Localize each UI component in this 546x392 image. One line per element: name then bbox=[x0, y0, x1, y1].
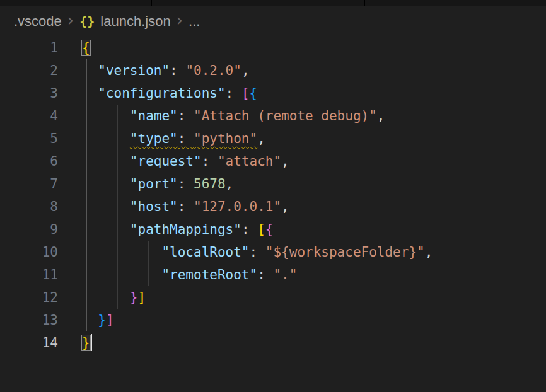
line-number[interactable]: 1 bbox=[0, 37, 58, 59]
json-file-icon: {} bbox=[79, 14, 95, 29]
text-cursor bbox=[91, 334, 92, 351]
line-number[interactable]: 10 bbox=[0, 241, 58, 263]
code-content: "configurations": [{ bbox=[58, 82, 257, 105]
line-number[interactable]: 7 bbox=[0, 173, 58, 195]
code-line[interactable]: 2 "version": "0.2.0", bbox=[0, 59, 546, 82]
code-token: "remoteRoot" bbox=[161, 267, 257, 282]
code-token: { bbox=[265, 222, 274, 237]
code-token: "configurations" bbox=[98, 86, 225, 101]
code-token: , bbox=[281, 154, 289, 169]
line-number[interactable]: 13 bbox=[0, 309, 58, 331]
breadcrumb-folder[interactable]: .vscode bbox=[14, 13, 62, 30]
code-line[interactable]: 14} bbox=[0, 331, 546, 354]
code-token: "type" bbox=[130, 131, 178, 146]
line-number[interactable]: 4 bbox=[0, 105, 58, 127]
code-lines: 1{2 "version": "0.2.0",3 "configurations… bbox=[0, 37, 546, 354]
code-token: : bbox=[170, 63, 185, 78]
code-line[interactable]: 9 "pathMappings": [{ bbox=[0, 218, 546, 241]
code-line[interactable]: 7 "port": 5678, bbox=[0, 173, 546, 195]
code-token: : bbox=[241, 222, 257, 237]
code-content: { bbox=[58, 37, 90, 59]
code-token bbox=[82, 108, 130, 124]
code-line[interactable]: 13 }] bbox=[0, 309, 546, 331]
code-token bbox=[82, 131, 130, 146]
editor[interactable]: 1{2 "version": "0.2.0",3 "configurations… bbox=[0, 37, 546, 354]
line-number[interactable]: 9 bbox=[0, 218, 58, 241]
code-token: { bbox=[250, 86, 258, 101]
code-token bbox=[82, 267, 161, 282]
code-token: 5678 bbox=[194, 176, 226, 192]
code-token: } bbox=[98, 313, 106, 328]
code-line[interactable]: 1{ bbox=[0, 37, 546, 59]
code-token: : bbox=[202, 154, 218, 169]
code-token: : bbox=[178, 199, 194, 214]
code-content: "remoteRoot": "." bbox=[58, 263, 297, 286]
indent-guide bbox=[86, 59, 87, 331]
code-token: "localRoot" bbox=[161, 245, 249, 260]
code-line[interactable]: 5 "type": "python", bbox=[0, 127, 546, 150]
code-token: : bbox=[250, 245, 265, 260]
code-token: : bbox=[226, 86, 241, 101]
code-content: "name": "Attach (remote debug)", bbox=[58, 105, 385, 127]
code-token: "version" bbox=[98, 63, 170, 78]
line-number[interactable]: 2 bbox=[0, 59, 58, 82]
code-token: "port" bbox=[130, 176, 178, 192]
code-token bbox=[82, 63, 98, 78]
code-line[interactable]: 11 "remoteRoot": "." bbox=[0, 263, 546, 286]
code-token: "Attach (remote debug)" bbox=[194, 108, 377, 124]
matched-bracket: } bbox=[82, 335, 90, 350]
code-token: "attach" bbox=[218, 154, 281, 169]
code-token: [ bbox=[241, 86, 250, 101]
code-content: "request": "attach", bbox=[58, 150, 289, 173]
code-token: , bbox=[241, 63, 250, 78]
code-token: , bbox=[281, 199, 289, 214]
code-token: : bbox=[178, 176, 194, 192]
code-token: "." bbox=[273, 267, 297, 282]
code-token: "python" bbox=[194, 131, 257, 146]
line-number[interactable]: 12 bbox=[0, 286, 58, 309]
line-number[interactable]: 14 bbox=[0, 331, 58, 354]
code-content: "pathMappings": [{ bbox=[58, 218, 273, 241]
line-number[interactable]: 5 bbox=[0, 127, 58, 150]
tab-bar-edge bbox=[0, 0, 546, 6]
code-content: "host": "127.0.0.1", bbox=[58, 195, 289, 218]
code-token: } bbox=[130, 290, 138, 305]
code-token: ] bbox=[138, 290, 146, 305]
code-token: "host" bbox=[130, 199, 178, 214]
indent-guide bbox=[117, 105, 118, 309]
code-token: "pathMappings" bbox=[130, 222, 241, 237]
code-token bbox=[82, 86, 98, 101]
code-line[interactable]: 6 "request": "attach", bbox=[0, 150, 546, 173]
code-content: "port": 5678, bbox=[58, 173, 233, 195]
code-token: , bbox=[257, 131, 265, 146]
line-number[interactable]: 6 bbox=[0, 150, 58, 173]
code-line[interactable]: 12 }] bbox=[0, 286, 546, 309]
breadcrumb: .vscode › {} launch.json › ... bbox=[0, 6, 546, 37]
breadcrumb-symbol-more[interactable]: ... bbox=[189, 13, 200, 30]
code-line[interactable]: 10 "localRoot": "${workspaceFolder}", bbox=[0, 241, 546, 263]
matched-bracket: { bbox=[82, 40, 90, 55]
code-token bbox=[82, 199, 130, 214]
tab-divider bbox=[151, 0, 152, 6]
code-content: } bbox=[58, 331, 92, 354]
breadcrumb-file[interactable]: launch.json bbox=[100, 13, 170, 30]
code-line[interactable]: 8 "host": "127.0.0.1", bbox=[0, 195, 546, 218]
code-token: : bbox=[178, 108, 194, 124]
line-number[interactable]: 3 bbox=[0, 82, 58, 105]
code-token bbox=[82, 290, 130, 305]
code-content: "type": "python", bbox=[58, 127, 265, 150]
code-token: , bbox=[226, 176, 234, 192]
code-token bbox=[82, 176, 130, 192]
code-line[interactable]: 3 "configurations": [{ bbox=[0, 82, 546, 105]
code-line[interactable]: 4 "name": "Attach (remote debug)", bbox=[0, 105, 546, 127]
code-token: "127.0.0.1" bbox=[194, 199, 281, 214]
code-token: "0.2.0" bbox=[185, 63, 241, 78]
code-token bbox=[82, 245, 161, 260]
code-content: }] bbox=[58, 286, 146, 309]
line-number[interactable]: 8 bbox=[0, 195, 58, 218]
chevron-right-icon: › bbox=[67, 12, 74, 28]
line-number[interactable]: 11 bbox=[0, 263, 58, 286]
code-token: "${workspaceFolder}" bbox=[265, 245, 425, 260]
code-token: ] bbox=[106, 313, 114, 328]
code-token: [ bbox=[257, 222, 265, 237]
